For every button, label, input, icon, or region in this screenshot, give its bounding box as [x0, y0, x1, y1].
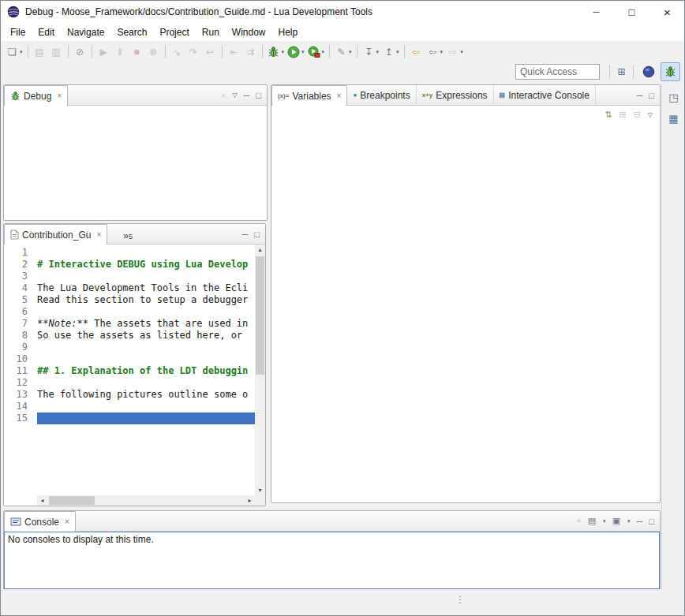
editor-line[interactable]: 5Read this section to setup a debugger — [4, 294, 255, 306]
maximize-view-icon[interactable]: □ — [649, 91, 654, 100]
resume-button[interactable]: ▶ — [95, 43, 112, 61]
editor-line[interactable]: 6 — [4, 306, 255, 318]
mark-occurrences-button[interactable]: ✎▾ — [333, 43, 354, 61]
external-tools-button[interactable]: ▾ — [306, 43, 327, 61]
next-annotation-button[interactable]: ↧▾ — [361, 43, 381, 61]
maximize-view-icon[interactable]: □ — [256, 91, 261, 100]
close-icon[interactable]: × — [96, 230, 101, 239]
close-icon[interactable]: × — [57, 91, 62, 100]
display-selected-console-icon[interactable]: ▤ — [588, 516, 596, 526]
toolbar-separator — [357, 45, 357, 58]
horizontal-scrollbar[interactable]: ◂ ▸ — [37, 495, 255, 506]
debug-button[interactable]: ▾ — [266, 43, 286, 61]
tab-debug[interactable]: Debug × — [4, 85, 68, 106]
close-window-button[interactable]: × — [649, 0, 685, 24]
skip-all-breakpoints-button[interactable]: ⊘ — [72, 43, 88, 61]
terminate-button[interactable]: ■ — [129, 43, 145, 61]
close-icon[interactable]: × — [65, 517, 69, 526]
menu-search[interactable]: Search — [110, 24, 153, 40]
editor-line[interactable]: 11## 1. Explanation of the LDT debuggin — [4, 365, 255, 377]
remove-all-terminated-icon[interactable]: × — [221, 91, 226, 100]
save-all-button[interactable]: ▥ — [48, 43, 65, 61]
view-menu-icon[interactable]: ▽ — [232, 91, 237, 99]
step-over-button[interactable]: ↷ — [185, 43, 202, 61]
editor-line[interactable]: 9 — [4, 342, 255, 353]
line-number: 14 — [4, 401, 37, 413]
debug-bug-icon — [268, 46, 281, 58]
vertical-scrollbar[interactable]: ▴ ▾ — [255, 245, 265, 495]
menu-edit[interactable]: Edit — [32, 24, 61, 40]
collapse-all-icon[interactable]: ⊟ — [634, 110, 641, 120]
scrollbar-thumb[interactable] — [49, 496, 95, 505]
previous-annotation-button[interactable]: ↥▾ — [380, 43, 401, 61]
forward-button[interactable]: ⇨▾ — [444, 43, 465, 61]
console-icon — [10, 517, 21, 527]
scroll-right-icon[interactable]: ▸ — [245, 495, 255, 506]
suspend-button[interactable]: ‖ — [112, 43, 129, 61]
view-menu-icon[interactable]: ▽ — [648, 111, 653, 118]
tab-expressions[interactable]: x+yExpressions — [417, 85, 494, 105]
minimize-view-icon[interactable]: ─ — [244, 91, 250, 100]
restore-view-icon[interactable]: ◳ — [665, 88, 683, 106]
step-into-button[interactable]: ↘ — [169, 43, 185, 61]
perspective-ldt-button[interactable] — [638, 62, 659, 81]
prev-annotation-icon: ↥ — [382, 46, 395, 58]
quick-access-box[interactable]: Quick Access — [515, 64, 600, 80]
last-edit-location-button[interactable]: ⇦ — [408, 43, 425, 61]
maximize-view-icon[interactable]: □ — [649, 517, 654, 526]
chevron-down-icon[interactable]: ▾ — [603, 518, 606, 525]
tab-interactive-console[interactable]: ▤Interactive Console — [494, 85, 596, 105]
menu-file[interactable]: File — [4, 24, 32, 40]
minimized-view-icon[interactable]: ▦ — [665, 110, 683, 127]
menu-help[interactable]: Help — [272, 24, 305, 40]
open-perspective-button[interactable]: ⊞ — [613, 63, 630, 80]
editor-line[interactable]: 7**Note:** The assets that are used in — [4, 318, 255, 330]
minimize-view-icon[interactable]: ─ — [242, 230, 249, 239]
chevron-down-icon[interactable]: ▾ — [627, 518, 631, 525]
open-console-icon[interactable]: ▣ — [612, 516, 620, 526]
tab-variables[interactable]: (x)=Variables× — [271, 85, 347, 106]
run-button[interactable]: ▾ — [286, 43, 306, 61]
maximize-window-button[interactable]: □ — [614, 0, 649, 24]
scroll-up-icon[interactable]: ▴ — [255, 245, 265, 255]
editor-line[interactable]: 14 — [4, 401, 255, 413]
back-button[interactable]: ⇦▾ — [425, 43, 445, 61]
save-icon: ▤ — [33, 46, 47, 58]
tab-console[interactable]: Console × — [4, 511, 76, 532]
minimize-window-button[interactable]: ─ — [578, 0, 614, 24]
tab-breakpoints[interactable]: ●Breakpoints — [347, 85, 416, 105]
editor-line[interactable]: 12 — [4, 377, 255, 389]
editor-line[interactable]: 10 — [4, 353, 255, 365]
new-button[interactable]: ❏▾ — [4, 43, 24, 61]
save-button[interactable]: ▤ — [32, 43, 48, 61]
editor-line[interactable]: 15 — [4, 413, 255, 424]
drag-grip-icon[interactable]: ⋮ — [455, 594, 465, 605]
editor-line[interactable]: 13The following pictures outline some o — [4, 389, 255, 401]
editor-line[interactable]: 1 — [4, 247, 255, 259]
tab-contribution-guide[interactable]: Contribution_Gu × — [4, 224, 107, 245]
minimize-view-icon[interactable]: ─ — [637, 517, 643, 526]
close-icon[interactable]: × — [337, 91, 342, 100]
minimize-view-icon[interactable]: ─ — [637, 91, 643, 100]
scroll-down-icon[interactable]: ▾ — [255, 485, 265, 495]
editor-line[interactable]: 4The Lua Development Tools in the Ecli — [4, 282, 255, 294]
use-step-filters-button[interactable]: ⇉ — [242, 43, 259, 61]
step-return-button[interactable]: ↩ — [202, 43, 219, 61]
editor-line[interactable]: 8So use the assets as listed here, or — [4, 330, 255, 342]
editor-line[interactable]: 2# Interactive DEBUG using Lua Develop — [4, 259, 255, 271]
menu-run[interactable]: Run — [196, 24, 226, 40]
drop-to-frame-button[interactable]: ⇤ — [226, 43, 242, 61]
perspective-debug-button[interactable] — [661, 62, 680, 81]
menu-window[interactable]: Window — [226, 24, 272, 40]
disconnect-button[interactable]: ⊗ — [145, 43, 162, 61]
show-logical-structures-icon[interactable]: ⊞ — [619, 110, 626, 120]
menu-navigate[interactable]: Navigate — [61, 24, 110, 40]
menu-project[interactable]: Project — [153, 24, 195, 40]
scroll-left-icon[interactable]: ◂ — [37, 495, 47, 506]
editor-tab-overflow[interactable]: » 5 — [120, 224, 136, 244]
show-type-names-icon[interactable]: ⇅ — [605, 110, 612, 120]
maximize-view-icon[interactable]: □ — [254, 230, 260, 239]
scrollbar-thumb[interactable] — [256, 256, 264, 375]
pin-console-icon[interactable]: ⌖ — [577, 516, 582, 526]
editor-line[interactable]: 3 — [4, 271, 255, 282]
